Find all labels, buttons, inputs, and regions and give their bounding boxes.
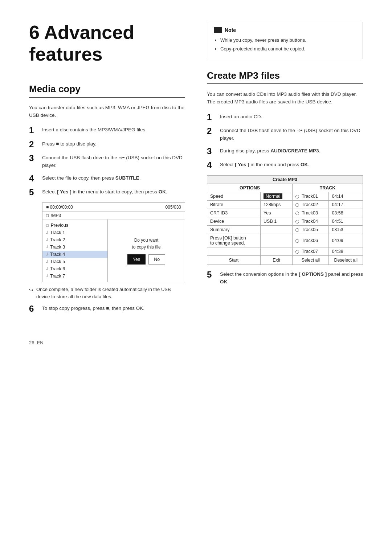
- create-mp3-step5-list: Select the conversion options in the [ O…: [207, 270, 363, 286]
- music-icon: ♩: [46, 230, 48, 235]
- fb-file-list: □Previous♩Track 1♩Track 2♩Track 3♩Track …: [42, 220, 108, 282]
- chapter-number: 6: [29, 22, 40, 43]
- track-radio-icon: [295, 220, 299, 224]
- fb-yes-no: Yes No: [127, 254, 165, 265]
- chapter-title: 6 Advanced features: [29, 22, 185, 65]
- table-row: CRT ID3Yes Track0303:58: [207, 209, 363, 217]
- yes-button[interactable]: Yes: [127, 254, 146, 265]
- music-icon: ♩: [46, 266, 48, 271]
- fb-body: □Previous♩Track 1♩Track 2♩Track 3♩Track …: [42, 220, 185, 282]
- media-copy-step6-list: To stop copy progress, press ■, then pre…: [29, 304, 185, 313]
- table-row: DeviceUSB 1 Track0404:51: [207, 217, 363, 225]
- no-button[interactable]: No: [148, 254, 165, 265]
- media-copy-intro: You can transfer data files such as MP3,…: [29, 104, 185, 119]
- fb-dialog: Do you wantto copy this file Yes No: [108, 220, 185, 282]
- track-radio-icon: [295, 228, 299, 232]
- table-footer-row: StartExitSelect allDeselect all: [207, 255, 363, 265]
- create-mp3-table: Create MP3 OPTIONS TRACK SpeedNormal Tra…: [207, 175, 363, 265]
- folder-icon: □: [46, 223, 49, 227]
- cmp3-step-4: Select [ Yes ] in the menu and press OK.: [207, 160, 363, 170]
- table-footer-cell[interactable]: Select all: [293, 255, 329, 265]
- note-item-1: While you copy, never press any buttons.: [220, 37, 356, 44]
- create-mp3-steps: Insert an audio CD. Connect the USB flas…: [207, 112, 363, 170]
- note-box: Note While you copy, never press any but…: [207, 22, 363, 59]
- file-browser: ■ 00:00/00:00 005/030 □ \MP3 □Previous♩T…: [42, 202, 185, 282]
- table-title: Create MP3: [207, 175, 363, 184]
- cmp3-step-5: Select the conversion options in the [ O…: [207, 270, 363, 286]
- table-row: Track0704:38: [207, 247, 363, 255]
- music-icon: ♩: [46, 259, 48, 264]
- note-header: Note: [214, 27, 356, 33]
- step-2: Press ■ to stop disc play.: [29, 140, 185, 149]
- fb-file-row: ♩Track 4: [42, 251, 107, 258]
- fb-file-row: □Previous: [42, 222, 107, 229]
- cmp3-step-2: Connect the USB flash drive to the ⇒• (U…: [207, 126, 363, 142]
- copy-note: ↪ Once complete, a new folder is created…: [29, 286, 185, 300]
- fb-file-row: ♩Track 3: [42, 243, 107, 251]
- fb-file-row: ♩Track 1: [42, 229, 107, 236]
- fb-status-right: 005/030: [166, 205, 181, 210]
- speed-highlight: Normal: [264, 193, 282, 199]
- table-footer-cell[interactable]: Start: [207, 255, 261, 265]
- step-1: Insert a disc contains the MP3/WMA/JPEG …: [29, 126, 185, 135]
- step-3: Connect the USB flash drive to the ⇒• (U…: [29, 153, 185, 169]
- step-5: Select [ Yes ] in the menu to start to c…: [29, 188, 185, 197]
- music-icon: ♩: [46, 237, 48, 242]
- create-mp3-title: Create MP3 files: [207, 70, 363, 84]
- page-footer: 26 EN: [29, 340, 363, 345]
- arrow-icon: ↪: [29, 286, 33, 300]
- step-6: To stop copy progress, press ■, then pre…: [29, 304, 185, 313]
- create-mp3-intro: You can convert audio CDs into MP3 audio…: [207, 91, 363, 106]
- table-row: Summary Track0503:53: [207, 225, 363, 234]
- track-radio-icon: [295, 212, 299, 215]
- table-footer-cell[interactable]: Deselect all: [329, 255, 363, 265]
- table-footer-cell[interactable]: Exit: [261, 255, 293, 265]
- note-icon: [214, 27, 222, 33]
- step-4: Select the file to copy, then press SUBT…: [29, 174, 185, 183]
- note-item-2: Copy-protected media cannot be copied.: [220, 45, 356, 53]
- music-icon: ♩: [46, 274, 48, 278]
- music-icon: ♩: [46, 245, 48, 249]
- track-radio-icon: [295, 203, 299, 207]
- col-options: OPTIONS: [207, 184, 293, 192]
- folder-label: \MP3: [51, 213, 61, 218]
- media-copy-title: Media copy: [29, 83, 185, 98]
- folder-icon: □: [46, 213, 49, 218]
- fb-file-row: ♩Track 7: [42, 272, 107, 280]
- chapter-title-text: Advanced features: [29, 22, 134, 65]
- note-list: While you copy, never press any buttons.…: [214, 37, 356, 52]
- media-copy-steps: Insert a disc contains the MP3/WMA/JPEG …: [29, 126, 185, 197]
- table-row: Bitrate128kbps Track0204:17: [207, 200, 363, 209]
- table-row: Press [OK] button to change speed. Track…: [207, 234, 363, 247]
- track-radio-icon: [295, 250, 299, 254]
- track-radio-icon: [295, 239, 299, 243]
- music-icon: ♩: [46, 252, 48, 257]
- fb-status-bar: ■ 00:00/00:00 005/030: [42, 203, 185, 212]
- cmp3-step-3: During disc play, press AUDIO/CREATE MP3…: [207, 147, 363, 156]
- fb-file-row: ♩Track 5: [42, 258, 107, 265]
- track-radio-icon: [295, 195, 299, 198]
- fb-dialog-text: Do you wantto copy this file: [127, 237, 165, 251]
- fb-file-row: ♩Track 6: [42, 265, 107, 272]
- col-track: TRACK: [293, 184, 363, 192]
- fb-status-left: ■ 00:00/00:00: [46, 205, 73, 210]
- table-row: SpeedNormal Track0104:14: [207, 192, 363, 200]
- cmp3-step-1: Insert an audio CD.: [207, 112, 363, 122]
- fb-file-row: ♩Track 2: [42, 236, 107, 243]
